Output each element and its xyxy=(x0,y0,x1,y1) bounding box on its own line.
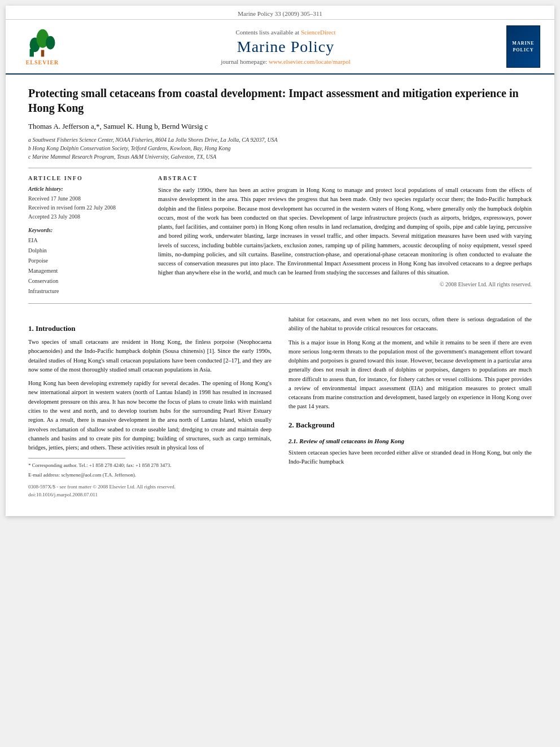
affiliations: a Southwest Fisheries Science Center, NO… xyxy=(28,136,532,161)
sciencedirect-link[interactable]: ScienceDirect xyxy=(301,29,336,36)
logo-box-text: MARINEPOLICY xyxy=(512,40,534,53)
subsection-title: Review of small cetaceans in Hong Kong xyxy=(299,438,404,444)
footer-info: 0308-597X/$ - see front matter © 2008 El… xyxy=(28,483,272,499)
keyword-1: Dolphin xyxy=(28,246,141,256)
footnote-divider xyxy=(28,458,125,458)
elsevier-logo: ELSEVIER xyxy=(17,28,68,65)
elsevier-tree-icon xyxy=(27,28,58,59)
keywords-list: EIA Dolphin Porpoise Management Conserva… xyxy=(28,235,141,296)
footnote-corresponding: * Corresponding author. Tel.: +1 858 278… xyxy=(28,462,272,470)
svg-point-3 xyxy=(46,36,55,49)
affiliation-b: b Hong Kong Dolphin Conservation Society… xyxy=(28,144,532,152)
abstract-label: ABSTRACT xyxy=(158,175,532,181)
affiliation-a: a Southwest Fisheries Science Center, NO… xyxy=(28,136,532,144)
copyright: © 2008 Elsevier Ltd. All rights reserved… xyxy=(158,281,532,287)
subsection-heading: 2.1. Review of small cetaceans in Hong K… xyxy=(288,436,532,446)
divider-2 xyxy=(28,303,532,304)
main-content: 1. Introduction Two species of small cet… xyxy=(28,315,532,499)
accepted-date: Accepted 23 July 2008 xyxy=(28,212,141,221)
article-info-label: ARTICLE INFO xyxy=(28,175,141,181)
intro-right-para-2: This is a major issue in Hong Kong at th… xyxy=(288,338,532,412)
keyword-2: Porpoise xyxy=(28,256,141,266)
subsection-number: 2.1. xyxy=(288,438,298,444)
journal-banner: ELSEVIER Contents lists available at Sci… xyxy=(6,20,554,75)
homepage-link[interactable]: www.elsevier.com/locate/marpol xyxy=(269,58,351,65)
received-revised-date: Received in revised form 22 July 2008 xyxy=(28,203,141,212)
keywords-label: Keywords: xyxy=(28,227,141,233)
article-title: Protecting small cetaceans from coastal … xyxy=(28,86,532,115)
background-para-1: Sixteen cetacean species have been recor… xyxy=(288,448,532,467)
history-label: Article history: xyxy=(28,186,141,192)
abstract-col: ABSTRACT Since the early 1990s, there ha… xyxy=(158,175,532,296)
intro-title: Introduction xyxy=(36,324,76,333)
article-info-abstract: ARTICLE INFO Article history: Received 1… xyxy=(28,175,532,296)
authors: Thomas A. Jefferson a,*, Samuel K. Hung … xyxy=(28,122,532,131)
journal-citation: Marine Policy 33 (2009) 305–311 xyxy=(6,6,554,20)
paper-body: Protecting small cetaceans from coastal … xyxy=(6,75,554,516)
background-title: Background xyxy=(296,421,334,429)
right-content-col: habitat for cetaceans, and even when no … xyxy=(288,315,532,499)
keyword-3: Management xyxy=(28,266,141,276)
left-content-col: 1. Introduction Two species of small cet… xyxy=(28,315,272,499)
affiliation-c: c Marine Mammal Research Program, Texas … xyxy=(28,152,532,161)
intro-para-1: Two species of small cetaceans are resid… xyxy=(28,338,272,374)
abstract-text: Since the early 1990s, there has been an… xyxy=(158,186,532,278)
doi: doi:10.1016/j.marpol.2008.07.011 xyxy=(28,491,272,499)
background-heading: 2. Background xyxy=(288,420,532,431)
keyword-0: EIA xyxy=(28,235,141,246)
intro-heading: 1. Introduction xyxy=(28,323,272,334)
page: Marine Policy 33 (2009) 305–311 ELSEVIER… xyxy=(6,6,554,516)
background-number: 2. xyxy=(288,421,294,429)
citation-text: Marine Policy 33 (2009) 305–311 xyxy=(238,10,322,17)
footnote-email: E-mail address: sclymene@aol.com (T.A. J… xyxy=(28,471,272,479)
article-info-col: ARTICLE INFO Article history: Received 1… xyxy=(28,175,141,296)
elsevier-text: ELSEVIER xyxy=(26,59,59,65)
intro-right-para-1: habitat for cetaceans, and even when no … xyxy=(288,315,532,334)
divider-1 xyxy=(28,168,532,168)
svg-rect-4 xyxy=(41,50,44,56)
homepage-label: journal homepage: xyxy=(221,58,267,65)
keyword-4: Conservation xyxy=(28,276,141,286)
intro-para-2: Hong Kong has been developing extremely … xyxy=(28,379,272,452)
received-date: Received 17 June 2008 xyxy=(28,194,141,203)
intro-number: 1. xyxy=(28,324,34,333)
keyword-5: Infrastructure xyxy=(28,286,141,296)
banner-center: Contents lists available at ScienceDirec… xyxy=(68,29,504,65)
article-dates: Received 17 June 2008 Received in revise… xyxy=(28,194,141,221)
marine-policy-logo: MARINEPOLICY xyxy=(504,25,543,68)
sciencedirect-text: Contents lists available at xyxy=(235,29,299,36)
journal-homepage: journal homepage: www.elsevier.com/locat… xyxy=(68,58,504,65)
sciencedirect-line: Contents lists available at ScienceDirec… xyxy=(68,29,504,36)
journal-title: Marine Policy xyxy=(68,38,504,56)
logo-box: MARINEPOLICY xyxy=(506,25,540,68)
issn: 0308-597X/$ - see front matter © 2008 El… xyxy=(28,483,272,491)
